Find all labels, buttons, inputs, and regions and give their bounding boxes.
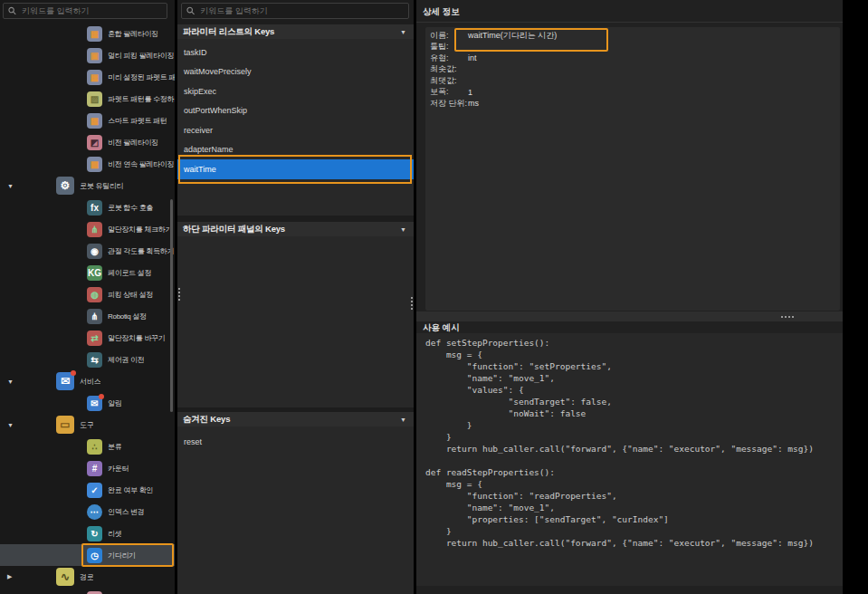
detail-field-row: 보폭:1 — [425, 87, 840, 99]
section-header-parameter-list-keys[interactable]: 파라미터 리스트의 Keys ▼ — [177, 24, 414, 39]
sidebar-item-change-end-effector[interactable]: ⇄말단장치를 바꾸기 — [0, 327, 175, 349]
sidebar-item-label: 카운터 — [108, 464, 129, 474]
sidebar-search-box[interactable] — [3, 3, 167, 19]
wait-clock-icon: ◷ — [87, 548, 102, 563]
field-label: 보폭: — [430, 86, 468, 98]
key-item-skipExec[interactable]: skipExec — [177, 81, 414, 101]
horizontal-splitter[interactable] — [416, 311, 843, 321]
sidebar-item-label: 혼합 팔레타이징 — [108, 29, 158, 39]
step-library-sidebar: ▦혼합 팔레타이징▣멀티 피킹 팔레타이징▦미리 설정된 파렛트 패턴▨파렛트 … — [0, 0, 175, 594]
search-icon — [186, 6, 195, 15]
key-item-waitMovePrecisely[interactable]: waitMovePrecisely — [177, 62, 414, 82]
sidebar-item-label: 미리 설정된 파렛트 패턴 — [108, 72, 175, 82]
sidebar-item-label: 분류 — [108, 442, 121, 452]
section-header-hidden-keys[interactable]: 숨겨진 Keys ▼ — [177, 412, 414, 426]
picking-state-setting-icon: ◍ — [87, 287, 102, 302]
detail-field-row: 툴팁: — [425, 42, 840, 53]
chevron-down-icon[interactable]: ▼ — [400, 226, 406, 233]
sidebar-item-change-index[interactable]: ⋯인덱스 변경 — [0, 501, 175, 522]
key-label: waitMovePrecisely — [184, 67, 252, 76]
collapse-triangle-icon[interactable]: ▼ — [7, 378, 18, 385]
notification-badge — [71, 370, 76, 376]
collapse-triangle-icon[interactable]: ▼ — [7, 183, 18, 189]
key-item-taskID[interactable]: taskID — [177, 43, 414, 62]
change-index-icon: ⋯ — [87, 504, 102, 520]
field-label: 이름: — [430, 30, 468, 42]
sidebar-search-input[interactable] — [20, 5, 162, 16]
field-value: int — [468, 53, 477, 62]
expand-triangle-icon[interactable]: ▶ — [7, 573, 18, 580]
sidebar-item-vision-continuous-palletizing[interactable]: ▩비전 연속 팔레타이징 — [0, 153, 175, 175]
parameter-list-keys: taskIDwaitMovePreciselyskipExecoutPortWh… — [177, 39, 414, 216]
field-label: 유형: — [430, 53, 468, 64]
key-label: waitTime — [184, 165, 216, 174]
sidebar-item-service[interactable]: ▼✉서비스 — [0, 370, 175, 392]
sidebar-item-tools[interactable]: ▼▭도구 — [0, 414, 175, 436]
usage-example-code: def setStepProperties(): msg = { "functi… — [416, 333, 843, 549]
sidebar-item-get-joint-angles[interactable]: ◉관절 각도를 획득하기 — [0, 240, 175, 262]
section-header-bottom-panel-keys[interactable]: 하단 파라미터 패널의 Keys ▼ — [177, 222, 414, 236]
sidebar-item-check-end-effector[interactable]: ⋔말단장치를 체크하기 — [0, 218, 175, 240]
sidebar-item-label: 페이로드 설정 — [108, 268, 151, 278]
sidebar-item-counter[interactable]: #카운터 — [0, 457, 175, 479]
sidebar-item-robotiq-setting[interactable]: ⋔Robotiq 설정 — [0, 305, 175, 327]
field-label: 최댓값: — [430, 75, 468, 87]
sidebar-item-robot-utility[interactable]: ▼⚙로봇 유틸리티 — [0, 175, 175, 196]
field-label: 저장 단위: — [430, 98, 468, 110]
sidebar-item-reset[interactable]: ↻리셋 — [0, 522, 175, 544]
sidebar-item-path[interactable]: ▶∿경로 — [0, 566, 175, 588]
counter-icon: # — [87, 461, 102, 476]
sidebar-item-list: ▦혼합 팔레타이징▣멀티 피킹 팔레타이징▦미리 설정된 파렛트 패턴▨파렛트 … — [0, 23, 175, 594]
sidebar-item-mixed-palletizing[interactable]: ▦혼합 팔레타이징 — [0, 23, 175, 44]
sidebar-item-wait[interactable]: ◷기다리기 — [0, 544, 175, 566]
sidebar-item-label: 서비스 — [80, 377, 100, 387]
sidebar-item-label: 도구 — [80, 420, 93, 430]
notification-badge — [99, 394, 104, 399]
sidebar-item-smart-pallet-pattern[interactable]: ▦스마트 파렛트 패턴 — [0, 110, 175, 131]
key-item-adapterName[interactable]: adapterName — [177, 140, 414, 160]
sidebar-item-partial-item[interactable] — [0, 588, 175, 594]
get-joint-angles-icon: ◉ — [87, 244, 102, 259]
sidebar-item-payload-setting[interactable]: KG페이로드 설정 — [0, 262, 175, 283]
payload-setting-icon: KG — [87, 265, 102, 281]
sidebar-item-preset-pallet-pattern[interactable]: ▦미리 설정된 파렛트 패턴 — [0, 66, 175, 88]
sidebar-item-vision-palletizing[interactable]: ◩비전 팔레타이징 — [0, 131, 175, 153]
sidebar-item-notification[interactable]: ✉알림 — [0, 392, 175, 414]
keys-search-input[interactable] — [198, 5, 404, 16]
key-label: reset — [184, 437, 202, 446]
sidebar-item-label: 말단장치를 체크하기 — [108, 225, 172, 235]
sidebar-item-label: 스마트 파렛트 패턴 — [108, 116, 167, 126]
sidebar-item-label: 경로 — [80, 572, 93, 582]
key-label: adapterName — [184, 145, 234, 154]
sidebar-item-control-transfer[interactable]: ⇆제어권 이전 — [0, 349, 175, 370]
sidebar-item-edit-pallet-pattern[interactable]: ▨파렛트 패턴를 수정하기 — [0, 88, 175, 110]
detail-field-row: 최댓값: — [425, 75, 840, 87]
section-title: 파라미터 리스트의 Keys — [183, 26, 274, 38]
key-item-receiver[interactable]: receiver — [177, 120, 414, 140]
sidebar-item-picking-state-setting[interactable]: ◍피킹 상태 설정 — [0, 283, 175, 305]
detail-field-row: 이름:waitTime(기다리는 시간) — [425, 30, 840, 42]
check-end-effector-icon: ⋔ — [87, 222, 102, 237]
panel-resize-handle-left[interactable] — [178, 288, 180, 302]
hidden-keys: reset — [177, 426, 414, 594]
key-item-reset[interactable]: reset — [177, 432, 414, 452]
sidebar-item-label: 파렛트 패턴를 수정하기 — [108, 94, 175, 104]
sidebar-scrollbar[interactable] — [170, 199, 173, 412]
sidebar-item-check-completion[interactable]: ✓완료 여부 확인 — [0, 479, 175, 501]
sidebar-item-label: 피킹 상태 설정 — [108, 290, 153, 300]
chevron-down-icon[interactable]: ▼ — [400, 29, 406, 35]
splitter-drag-handle[interactable] — [781, 316, 795, 318]
sidebar-item-robot-function-call[interactable]: fx로봇 함수 호출 — [0, 196, 175, 218]
sidebar-item-multi-pick-palletizing[interactable]: ▣멀티 피킹 팔레타이징 — [0, 44, 175, 66]
chevron-down-icon[interactable]: ▼ — [400, 417, 406, 423]
usage-example-area: def setStepProperties(): msg = { "functi… — [416, 333, 843, 586]
key-item-outPortWhenSkip[interactable]: outPortWhenSkip — [177, 101, 414, 121]
key-item-waitTime[interactable]: waitTime — [177, 159, 414, 179]
panel-resize-handle-right[interactable] — [411, 297, 413, 311]
section-title: 숨겨진 Keys — [183, 414, 230, 426]
detail-field-row: 저장 단위:ms — [425, 98, 840, 110]
sidebar-item-classify[interactable]: ∴분류 — [0, 436, 175, 457]
app-root: ▦혼합 팔레타이징▣멀티 피킹 팔레타이징▦미리 설정된 파렛트 패턴▨파렛트 … — [0, 0, 868, 594]
keys-search-box[interactable] — [181, 3, 409, 19]
collapse-triangle-icon[interactable]: ▼ — [7, 422, 18, 428]
